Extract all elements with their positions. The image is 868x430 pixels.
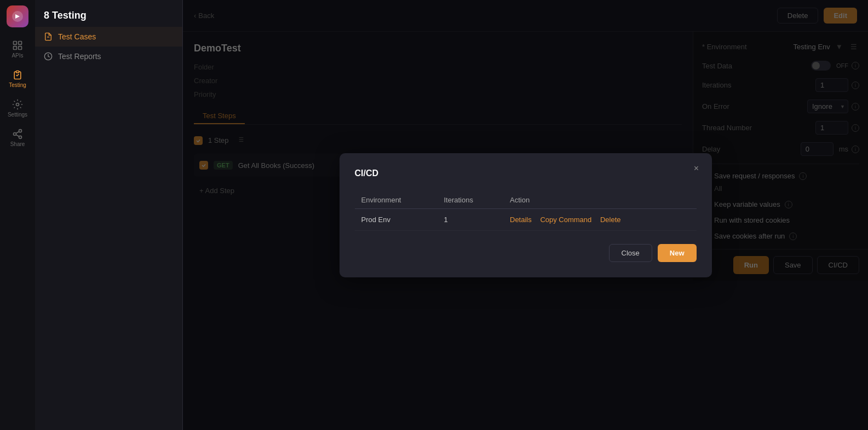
sidebar-item-settings-label: Settings bbox=[8, 112, 27, 118]
svg-point-6 bbox=[16, 103, 19, 106]
nav-item-test-cases-label: Test Cases bbox=[58, 32, 96, 41]
table-row: Prod Env 1 Details Copy Command Delete bbox=[355, 208, 697, 230]
sidebar-item-test-reports[interactable]: Test Reports bbox=[35, 47, 182, 66]
svg-point-8 bbox=[14, 133, 16, 136]
sidebar-item-share-label: Share bbox=[10, 141, 25, 147]
sidebar-item-test-cases[interactable]: Test Cases bbox=[35, 27, 182, 47]
action-delete[interactable]: Delete bbox=[600, 216, 621, 224]
sidebar-item-settings[interactable]: Settings bbox=[4, 95, 31, 121]
modal-table: Environment Iterations Action Prod Env 1… bbox=[355, 191, 697, 231]
row-environment: Prod Env bbox=[355, 208, 438, 230]
modal-title: CI/CD bbox=[355, 168, 697, 178]
svg-point-9 bbox=[19, 136, 22, 138]
action-details[interactable]: Details bbox=[510, 216, 532, 224]
main-content: ‹ Back Delete Edit DemoTest Folder Creat… bbox=[183, 0, 868, 430]
nav-panel: 8 Testing Test Cases Test Reports bbox=[35, 0, 183, 430]
modal-close-button[interactable]: × bbox=[690, 162, 703, 175]
modal-col-environment: Environment bbox=[355, 191, 438, 209]
action-copy-command[interactable]: Copy Command bbox=[540, 216, 591, 224]
sidebar-item-share[interactable]: Share bbox=[4, 125, 31, 151]
modal-new-btn[interactable]: New bbox=[658, 244, 697, 262]
sidebar-item-apis[interactable]: APIs bbox=[4, 36, 31, 62]
app-logo bbox=[7, 5, 28, 27]
svg-rect-2 bbox=[19, 42, 22, 45]
nav-panel-header: 8 Testing bbox=[35, 0, 182, 27]
modal-col-action: Action bbox=[503, 191, 697, 209]
sidebar-item-apis-label: APIs bbox=[12, 53, 23, 59]
svg-rect-3 bbox=[14, 47, 17, 50]
svg-rect-5 bbox=[16, 71, 19, 73]
svg-line-11 bbox=[16, 131, 19, 133]
cicd-modal: CI/CD × Environment Iterations Action Pr… bbox=[340, 153, 712, 277]
modal-footer: Close New bbox=[355, 244, 697, 262]
sidebar: APIs Testing Settings Share bbox=[0, 0, 35, 430]
svg-rect-4 bbox=[19, 47, 22, 50]
modal-col-iterations: Iterations bbox=[437, 191, 503, 209]
nav-item-test-reports-label: Test Reports bbox=[58, 52, 101, 61]
row-actions: Details Copy Command Delete bbox=[503, 208, 697, 230]
modal-close-btn[interactable]: Close bbox=[609, 244, 652, 262]
sidebar-item-testing-label: Testing bbox=[9, 82, 26, 88]
svg-line-10 bbox=[16, 135, 19, 136]
svg-rect-1 bbox=[14, 42, 17, 45]
modal-overlay: CI/CD × Environment Iterations Action Pr… bbox=[183, 0, 868, 430]
row-iterations: 1 bbox=[437, 208, 503, 230]
svg-point-7 bbox=[19, 130, 22, 132]
sidebar-item-testing[interactable]: Testing bbox=[4, 66, 31, 92]
